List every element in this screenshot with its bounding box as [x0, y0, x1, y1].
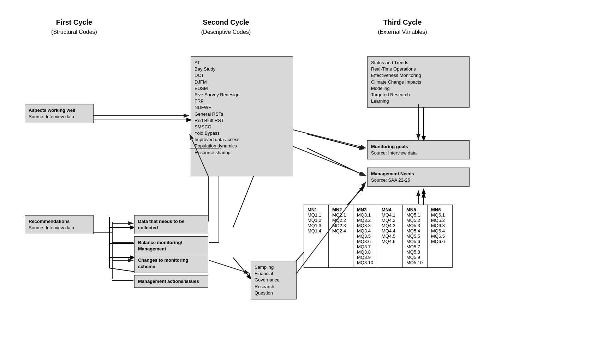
mn3-item: MQ3.10 — [357, 260, 374, 265]
mn2-header: MN2 — [332, 207, 350, 212]
diagram-container: First Cycle (Structural Codes) Second Cy… — [0, 0, 615, 364]
descriptive-code-item: Population dynamics — [195, 143, 289, 149]
descriptive-code-item: FRP — [195, 98, 289, 104]
balance-monitoring-box: Balance monitoring/ Management — [134, 236, 208, 255]
mn5-item: MQ5.7 — [406, 244, 424, 249]
external-variables-box: Status and TrendsReal-Time OperationsEff… — [367, 56, 470, 108]
mn5-item: MQ5.8 — [406, 249, 424, 255]
mn1-item: MQ1.4 — [308, 228, 325, 233]
mn-groups-container: MN1 MQ1.1MQ1.2MQ1.3MQ1.4 MN2 MQ2.1MQ2.2M… — [304, 205, 453, 268]
sampling-item: Question — [255, 290, 293, 296]
external-items-list: Status and TrendsReal-Time OperationsEff… — [371, 60, 466, 104]
mn3-item: MQ3.9 — [357, 255, 374, 260]
third-cycle-title: Third Cycle (External Variables) — [339, 18, 466, 36]
mn4-item: MQ4.6 — [382, 239, 399, 244]
mn3-column: MN3 MQ3.1MQ3.2MQ3.3MQ3.4MQ3.5MQ3.6MQ3.7M… — [353, 205, 378, 267]
recommendations-box: Recommendations Source: Interview data — [25, 215, 94, 234]
mn2-item: MQ2.2 — [332, 218, 350, 223]
mn5-item: MQ5.4 — [406, 228, 424, 233]
mn6-column: MN6 MQ6.1MQ6.2MQ6.3MQ6.4MQ6.5MQ6.6 — [428, 205, 452, 267]
mn5-item: MQ5.10 — [406, 260, 424, 265]
descriptive-code-item: EDSM — [195, 85, 289, 92]
svg-line-6 — [109, 268, 134, 272]
external-var-item: Learning — [371, 98, 466, 104]
descriptive-code-item: Yolo Bypass — [195, 130, 289, 136]
mn3-item: MQ3.4 — [357, 228, 374, 233]
svg-line-8 — [307, 134, 364, 149]
mn4-item: MQ4.3 — [382, 223, 399, 228]
descriptive-code-item: Improved data access — [195, 136, 289, 143]
mn3-item: MQ3.8 — [357, 249, 374, 255]
descriptive-items-list: ATBay StudyDCTDJFMEDSMFive Survey Redesi… — [195, 60, 289, 156]
mn4-item: MQ4.5 — [382, 233, 399, 239]
mn5-item: MQ5.6 — [406, 239, 424, 244]
descriptive-code-item: DJFM — [195, 79, 289, 85]
mn3-item: MQ3.3 — [357, 223, 374, 228]
mn5-item: MQ5.9 — [406, 255, 424, 260]
arrows-svg — [0, 0, 615, 364]
mn6-item: MQ6.1 — [431, 212, 449, 218]
mn4-header: MN4 — [382, 207, 399, 212]
descriptive-code-item: Resource sharing — [195, 150, 289, 156]
mn3-item: MQ3.2 — [357, 218, 374, 223]
mn2-item: MQ2.4 — [332, 228, 350, 233]
mn3-item: MQ3.6 — [357, 239, 374, 244]
mn4-item: MQ4.4 — [382, 228, 399, 233]
mn5-item: MQ5.2 — [406, 218, 424, 223]
mn6-item: MQ6.4 — [431, 228, 449, 233]
mn1-column: MN1 MQ1.1MQ1.2MQ1.3MQ1.4 — [304, 205, 329, 267]
mn4-item: MQ4.2 — [382, 218, 399, 223]
svg-line-28 — [209, 260, 250, 273]
mn2-item: MQ2.3 — [332, 223, 350, 228]
mn6-item: MQ6.2 — [431, 218, 449, 223]
descriptive-code-item: SMSCG — [195, 124, 289, 130]
external-var-item: Modeling — [371, 85, 466, 92]
mn3-item: MQ3.5 — [357, 233, 374, 239]
data-needs-box: Data that needs to be collected — [134, 215, 208, 234]
mn5-item: MQ5.5 — [406, 233, 424, 239]
main-arrows — [0, 0, 615, 364]
mn2-column: MN2 MQ2.1MQ2.2MQ2.3MQ2.4 — [329, 205, 353, 267]
management-needs-box: Management Needs Source: SAA 22-26 — [367, 168, 470, 187]
descriptive-code-item: Five Survey Redesign — [195, 92, 289, 98]
mn5-item: MQ5.3 — [406, 223, 424, 228]
sampling-item: Sampling — [255, 264, 293, 271]
svg-line-11 — [233, 257, 251, 279]
second-cycle-title: Second Cycle (Descriptive Codes) — [169, 18, 282, 36]
mn1-item: MQ1.1 — [308, 212, 325, 218]
mn5-header: MN5 — [406, 207, 424, 212]
sampling-items-list: SamplingFinancialGovernanceResearchQuest… — [255, 264, 293, 296]
mn6-item: MQ6.5 — [431, 233, 449, 239]
mn6-item: MQ6.6 — [431, 239, 449, 244]
mn4-column: MN4 MQ4.1MQ4.2MQ4.3MQ4.4MQ4.5MQ4.6 — [378, 205, 403, 267]
mn5-item: MQ5.1 — [406, 212, 424, 218]
sampling-item: Governance — [255, 277, 293, 283]
sampling-item: Research — [255, 284, 293, 290]
descriptive-code-item: DCT — [195, 72, 289, 79]
svg-line-17 — [293, 130, 366, 148]
svg-line-18 — [293, 146, 366, 176]
sampling-box: SamplingFinancialGovernanceResearchQuest… — [251, 261, 297, 299]
descriptive-code-item: General RSTs — [195, 111, 289, 117]
svg-line-9 — [307, 148, 364, 175]
mn2-item: MQ2.1 — [332, 212, 350, 218]
mn3-item: MQ3.1 — [357, 212, 374, 218]
mn3-item: MQ3.7 — [357, 244, 374, 249]
descriptive-code-item: Bay Study — [195, 66, 289, 72]
mn6-item: MQ6.3 — [431, 223, 449, 228]
external-var-item: Status and Trends — [371, 60, 466, 66]
external-var-item: Real-Time Operations — [371, 66, 466, 72]
mn5-column: MN5 MQ5.1MQ5.2MQ5.3MQ5.4MQ5.5MQ5.6MQ5.7M… — [403, 205, 428, 267]
mn1-header: MN1 — [308, 207, 325, 212]
descriptive-codes-box: ATBay StudyDCTDJFMEDSMFive Survey Redesi… — [191, 56, 293, 176]
descriptive-code-item: NDFWE — [195, 104, 289, 111]
management-actions-box: Management actions/issues — [134, 275, 208, 288]
descriptive-code-item: AT — [195, 60, 289, 66]
descriptive-code-item: Red Bluff RST — [195, 117, 289, 124]
monitoring-goals-box: Monitoring goals Source: Interview data — [367, 140, 470, 159]
mn1-item: MQ1.3 — [308, 223, 325, 228]
external-var-item: Climate Change Impacts — [371, 79, 466, 85]
mn4-item: MQ4.1 — [382, 212, 399, 218]
sampling-item: Financial — [255, 271, 293, 277]
mn1-item: MQ1.2 — [308, 218, 325, 223]
